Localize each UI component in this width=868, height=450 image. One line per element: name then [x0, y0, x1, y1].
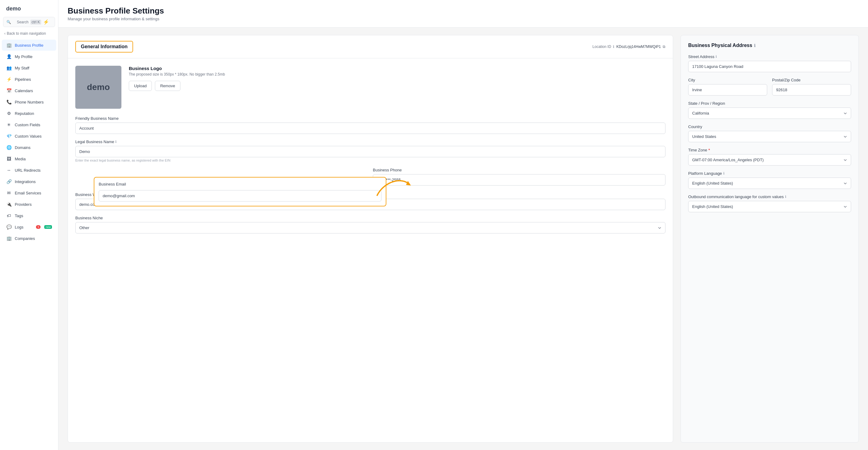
sidebar-item-label: Media: [15, 157, 26, 161]
sidebar-item-integrations[interactable]: 🔗 Integrations: [2, 176, 56, 187]
info-icon: ℹ: [115, 140, 117, 144]
street-info-icon: ℹ: [716, 55, 717, 59]
postal-input[interactable]: [772, 84, 851, 96]
timezone-group: Time Zone * GMT-07:00 America/Los_Angele…: [688, 148, 851, 166]
sidebar-item-custom-values[interactable]: 💎 Custom Values: [2, 131, 56, 141]
logo-section: demo Business Logo The proposed size is …: [75, 66, 665, 109]
sidebar-item-email-services[interactable]: ✉ Email Services: [2, 187, 56, 198]
timezone-select[interactable]: GMT-07:00 America/Los_Angeles (PDT): [688, 154, 851, 166]
phone-label: Business Phone: [373, 168, 665, 172]
sidebar-item-custom-fields[interactable]: ✳ Custom Fields: [2, 119, 56, 130]
city-group: City: [688, 78, 767, 96]
sidebar-item-url-redirects[interactable]: ↔ URL Redirects: [2, 165, 56, 176]
badge-count: 5: [36, 225, 40, 229]
upload-button[interactable]: Upload: [129, 81, 152, 91]
custom-values-icon: 💎: [6, 133, 12, 139]
legal-name-group: Legal Business Name ℹ Enter the exact le…: [75, 139, 665, 162]
street-group: Street Address ℹ: [688, 54, 851, 72]
legal-name-input[interactable]: [75, 146, 665, 157]
required-indicator: *: [709, 148, 710, 152]
back-nav-label: Back to main navigation: [7, 31, 46, 36]
companies-icon: 🏢: [6, 235, 12, 241]
sidebar-item-conversation-logs[interactable]: 💬 Logs 5 new: [2, 222, 56, 232]
logo-btn-group: Upload Remove: [129, 81, 665, 91]
outbound-lang-label: Outbound communication language for cust…: [688, 194, 851, 199]
lightning-icon: ⚡: [43, 19, 52, 25]
sidebar-item-label: Companies: [15, 236, 35, 241]
sidebar-item-label: Custom Fields: [15, 123, 40, 127]
niche-select[interactable]: Other: [75, 222, 665, 233]
platform-lang-group: Platform Language ℹ English (United Stat…: [688, 171, 851, 189]
sidebar-item-label: Calendars: [15, 89, 33, 93]
domains-icon: 🌐: [6, 145, 12, 150]
top-bar: Business Profile Settings Manage your bu…: [58, 0, 868, 28]
tags-icon: 🏷: [6, 213, 12, 218]
email-services-icon: ✉: [6, 190, 12, 196]
integrations-icon: 🔗: [6, 179, 12, 184]
info-circle-icon: ℹ: [613, 44, 614, 49]
panel-body: demo Business Logo The proposed size is …: [68, 58, 673, 246]
state-select[interactable]: California: [688, 107, 851, 119]
email-label: Business Email: [99, 182, 381, 187]
remove-button[interactable]: Remove: [155, 81, 180, 91]
sidebar-item-tags[interactable]: 🏷 Tags: [2, 210, 56, 221]
sidebar-item-label: Business Profile: [15, 43, 43, 47]
sidebar-item-phone-numbers[interactable]: 📞 Phone Numbers: [2, 96, 56, 107]
sidebar-item-label: Phone Numbers: [15, 100, 44, 104]
location-id-container: Location ID ℹ KDozLrjq14HwM7MWQiP1 ⧉: [593, 44, 665, 49]
sidebar-item-calendars[interactable]: 📅 Calendars: [2, 85, 56, 96]
badge-new: new: [44, 225, 52, 229]
email-phone-row: Business Email Business Phone: [75, 168, 665, 192]
phone-input[interactable]: [373, 174, 665, 186]
outbound-lang-select[interactable]: English (United States): [688, 201, 851, 212]
sidebar-item-domains[interactable]: 🌐 Domains: [2, 142, 56, 153]
phone-group: Business Phone: [373, 168, 665, 187]
page-subtitle: Manage your business profile information…: [68, 17, 859, 21]
sidebar-item-providers[interactable]: 🔌 Providers: [2, 199, 56, 210]
city-postal-row: City Postal/Zip Code: [688, 78, 851, 101]
sidebar: demo 🔍 Search ctrl K ⚡ ‹ Back to main na…: [0, 0, 58, 450]
phone-numbers-icon: 📞: [6, 99, 12, 105]
outbound-lang-group: Outbound communication language for cust…: [688, 194, 851, 212]
search-bar[interactable]: 🔍 Search ctrl K ⚡: [3, 17, 55, 27]
location-id-value: KDozLrjq14HwM7MWQiP1: [616, 44, 661, 49]
website-input[interactable]: [75, 199, 665, 210]
friendly-name-group: Friendly Business Name: [75, 116, 665, 134]
search-label: Search: [17, 20, 29, 24]
business-profile-icon: 🏢: [6, 42, 12, 48]
sidebar-item-companies[interactable]: 🏢 Companies: [2, 233, 56, 244]
media-icon: 🖼: [6, 156, 12, 162]
app-logo: demo: [0, 0, 58, 15]
copy-icon[interactable]: ⧉: [663, 44, 665, 49]
friendly-name-input[interactable]: [75, 123, 665, 134]
platform-lang-select[interactable]: English (United States): [688, 178, 851, 189]
location-id-label: Location ID: [593, 44, 611, 49]
friendly-name-label: Friendly Business Name: [75, 116, 665, 121]
sidebar-item-label: Providers: [15, 202, 32, 207]
conversation-logs-icon: 💬: [6, 224, 12, 230]
niche-label: Business Niche: [75, 216, 665, 220]
sidebar-item-media[interactable]: 🖼 Media: [2, 153, 56, 164]
sidebar-item-my-profile[interactable]: 👤 My Profile: [2, 51, 56, 62]
sidebar-item-business-profile[interactable]: 🏢 Business Profile: [2, 40, 56, 51]
sidebar-item-label: My Profile: [15, 54, 33, 59]
website-group: Business Website: [75, 192, 665, 210]
sidebar-item-my-staff[interactable]: 👥 My Staff: [2, 62, 56, 73]
calendars-icon: 📅: [6, 88, 12, 93]
country-select[interactable]: United States: [688, 131, 851, 142]
sidebar-item-pipelines[interactable]: ⚡ Pipelines: [2, 74, 56, 85]
address-panel-title: Business Physical Address ℹ: [688, 43, 851, 48]
sidebar-item-label: Email Services: [15, 191, 41, 195]
general-info-tab[interactable]: General Information: [75, 41, 133, 53]
content-area: General Information Location ID ℹ KDozLr…: [58, 28, 868, 450]
city-input[interactable]: [688, 84, 767, 96]
logo-text: demo: [87, 82, 110, 92]
street-input[interactable]: [688, 61, 851, 72]
state-group: State / Prov / Region California: [688, 101, 851, 119]
search-shortcut: ctrl K: [30, 20, 41, 25]
back-navigation[interactable]: ‹ Back to main navigation: [0, 29, 58, 38]
sidebar-item-reputation[interactable]: ⚙ Reputation: [2, 108, 56, 119]
street-label: Street Address ℹ: [688, 54, 851, 59]
page-title: Business Profile Settings: [68, 6, 859, 16]
reputation-icon: ⚙: [6, 110, 12, 116]
